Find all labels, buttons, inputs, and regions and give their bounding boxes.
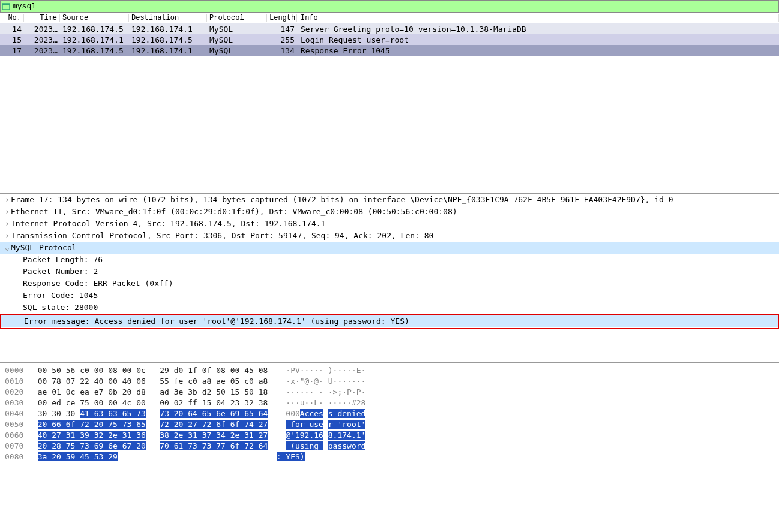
hex-row-0030[interactable]: 0030 00 ed ce 75 00 00 4c 00 00 02 ff 15… xyxy=(5,398,774,408)
cell-info: Response Error 1045 xyxy=(297,46,779,55)
cell-no: 15 xyxy=(0,35,24,44)
cell-protocol: MySQL xyxy=(207,46,267,55)
column-source[interactable]: Source xyxy=(60,14,129,22)
tree-ip[interactable]: ›Internet Protocol Version 4, Src: 192.1… xyxy=(0,218,779,230)
packet-list: No. Time Source Destination Protocol Len… xyxy=(0,13,779,193)
cell-info: Server Greeting proto=10 version=10.1.38… xyxy=(297,25,779,34)
tree-packet-length[interactable]: Packet Length: 76 xyxy=(0,254,779,266)
tree-frame[interactable]: ›Frame 17: 134 bytes on wire (1072 bits)… xyxy=(0,194,779,206)
display-filter-input[interactable] xyxy=(13,2,777,11)
svg-rect-1 xyxy=(2,4,10,5)
cell-time: 2023… xyxy=(24,35,60,44)
error-message-highlight-box: Error message: Access denied for user 'r… xyxy=(0,314,779,329)
column-destination[interactable]: Destination xyxy=(129,14,207,22)
tree-tcp[interactable]: ›Transmission Control Protocol, Src Port… xyxy=(0,230,779,242)
hex-row-0070[interactable]: 0070 20 28 75 73 69 6e 67 20 70 61 73 73… xyxy=(5,441,774,452)
cell-length: 147 xyxy=(267,25,297,34)
cell-no: 17 xyxy=(0,46,24,55)
packet-bytes-pane[interactable]: 0000 00 50 56 c0 00 08 00 0c 29 d0 1f 0f… xyxy=(0,362,779,465)
details-gap xyxy=(0,332,779,362)
packet-row[interactable]: 142023…192.168.174.5192.168.174.1MySQL14… xyxy=(0,23,779,34)
tree-response-code[interactable]: Response Code: ERR Packet (0xff) xyxy=(0,278,779,290)
hex-row-0000[interactable]: 0000 00 50 56 c0 00 08 00 0c 29 d0 1f 0f… xyxy=(5,365,774,376)
packet-row[interactable]: 152023…192.168.174.1192.168.174.5MySQL25… xyxy=(0,34,779,45)
column-time[interactable]: Time xyxy=(24,14,60,22)
column-protocol[interactable]: Protocol xyxy=(207,14,267,22)
hex-row-0040[interactable]: 0040 30 30 30 41 63 63 65 73 73 20 64 65… xyxy=(5,408,774,419)
column-info[interactable]: Info xyxy=(297,14,779,22)
cell-length: 255 xyxy=(267,35,297,44)
cell-protocol: MySQL xyxy=(207,35,267,44)
cell-destination: 192.168.174.1 xyxy=(129,25,207,34)
display-filter-bar[interactable] xyxy=(0,0,779,13)
tree-packet-number[interactable]: Packet Number: 2 xyxy=(0,266,779,278)
cell-length: 134 xyxy=(267,46,297,55)
packet-details-pane[interactable]: ›Frame 17: 134 bytes on wire (1072 bits)… xyxy=(0,193,779,332)
cell-source: 192.168.174.5 xyxy=(60,25,129,34)
hex-row-0020[interactable]: 0020 ae 01 0c ea e7 0b 20 d8 ad 3e 3b d2… xyxy=(5,387,774,398)
packet-list-empty-area xyxy=(0,56,779,193)
cell-time: 2023… xyxy=(24,46,60,55)
tree-sql-state[interactable]: SQL state: 28000 xyxy=(0,302,779,314)
packet-list-header[interactable]: No. Time Source Destination Protocol Len… xyxy=(0,13,779,23)
cell-destination: 192.168.174.5 xyxy=(129,35,207,44)
tree-ethernet[interactable]: ›Ethernet II, Src: VMware_d0:1f:0f (00:0… xyxy=(0,206,779,218)
hex-row-0060[interactable]: 0060 40 27 31 39 32 2e 31 36 38 2e 31 37… xyxy=(5,430,774,441)
column-no[interactable]: No. xyxy=(0,14,24,22)
hex-row-0050[interactable]: 0050 20 66 6f 72 20 75 73 65 72 20 27 72… xyxy=(5,419,774,430)
tree-error-message[interactable]: Error message: Access denied for user 'r… xyxy=(1,315,778,327)
cell-destination: 192.168.174.1 xyxy=(129,46,207,55)
filter-icon xyxy=(2,2,10,11)
packet-row[interactable]: 172023…192.168.174.5192.168.174.1MySQL13… xyxy=(0,45,779,56)
cell-source: 192.168.174.5 xyxy=(60,46,129,55)
tree-mysql[interactable]: ⌄MySQL Protocol xyxy=(0,242,779,254)
hex-row-0010[interactable]: 0010 00 78 07 22 40 00 40 06 55 fe c0 a8… xyxy=(5,376,774,387)
hex-row-0080[interactable]: 0080 3a 20 59 45 53 29 : YES) xyxy=(5,452,774,462)
cell-protocol: MySQL xyxy=(207,25,267,34)
column-length[interactable]: Length xyxy=(267,14,297,22)
cell-source: 192.168.174.1 xyxy=(60,35,129,44)
cell-time: 2023… xyxy=(24,25,60,34)
cell-no: 14 xyxy=(0,25,24,34)
tree-error-code[interactable]: Error Code: 1045 xyxy=(0,290,779,302)
cell-info: Login Request user=root xyxy=(297,35,779,44)
